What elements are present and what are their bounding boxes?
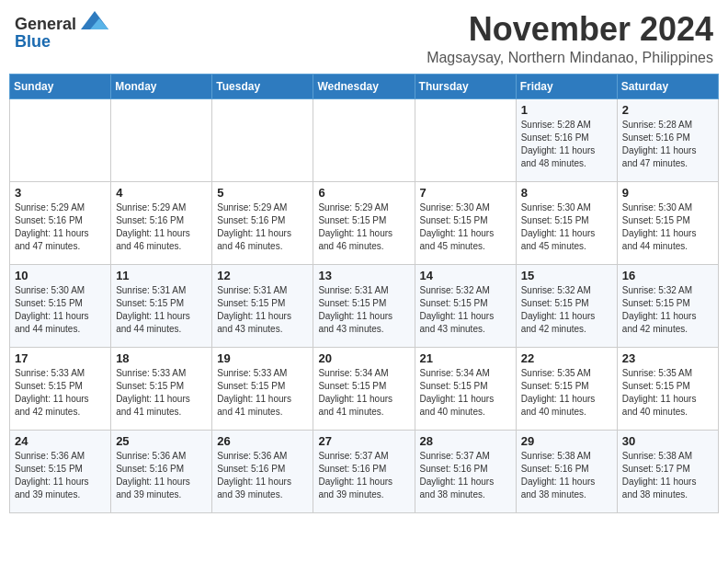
col-wednesday: Wednesday (313, 74, 415, 98)
col-thursday: Thursday (415, 74, 516, 98)
day-number: 11 (116, 269, 207, 282)
table-row: 9Sunrise: 5:30 AMSunset: 5:15 PMDaylight… (617, 181, 718, 264)
table-row: 28Sunrise: 5:37 AMSunset: 5:16 PMDayligh… (415, 430, 516, 512)
day-info: Sunrise: 5:28 AMSunset: 5:16 PMDaylight:… (521, 119, 612, 170)
day-number: 15 (521, 269, 612, 282)
table-row (111, 98, 212, 181)
col-tuesday: Tuesday (212, 74, 313, 98)
day-info: Sunrise: 5:36 AMSunset: 5:16 PMDaylight:… (217, 450, 308, 501)
day-number: 14 (420, 269, 511, 282)
day-number: 18 (116, 351, 207, 365)
day-number: 24 (15, 434, 106, 448)
calendar-wrapper: Sunday Monday Tuesday Wednesday Thursday… (0, 74, 728, 523)
day-number: 10 (15, 269, 106, 282)
day-info: Sunrise: 5:33 AMSunset: 5:15 PMDaylight:… (15, 367, 106, 419)
table-row: 3Sunrise: 5:29 AMSunset: 5:16 PMDaylight… (10, 181, 111, 264)
location-subtitle: Magsaysay, Northern Mindanao, Philippine… (427, 50, 713, 66)
calendar-table: Sunday Monday Tuesday Wednesday Thursday… (9, 74, 719, 513)
table-row: 11Sunrise: 5:31 AMSunset: 5:15 PMDayligh… (111, 264, 212, 347)
table-row: 6Sunrise: 5:29 AMSunset: 5:15 PMDaylight… (313, 181, 415, 264)
table-row: 2Sunrise: 5:28 AMSunset: 5:16 PMDaylight… (617, 98, 718, 181)
table-row (10, 98, 111, 181)
logo-icon (81, 11, 108, 29)
day-info: Sunrise: 5:36 AMSunset: 5:15 PMDaylight:… (15, 450, 106, 501)
day-number: 30 (622, 434, 713, 448)
day-number: 26 (217, 434, 308, 448)
day-number: 22 (521, 351, 612, 365)
day-number: 3 (15, 186, 106, 200)
col-saturday: Saturday (617, 74, 718, 98)
day-number: 17 (15, 351, 106, 365)
day-number: 5 (217, 186, 308, 200)
logo: General Blue (15, 11, 108, 50)
day-number: 2 (622, 103, 713, 117)
day-info: Sunrise: 5:30 AMSunset: 5:15 PMDaylight:… (521, 201, 612, 253)
day-number: 12 (217, 269, 308, 282)
calendar-week-row: 3Sunrise: 5:29 AMSunset: 5:16 PMDaylight… (10, 181, 719, 264)
table-row: 13Sunrise: 5:31 AMSunset: 5:15 PMDayligh… (313, 264, 415, 347)
day-number: 8 (521, 186, 612, 200)
calendar-week-row: 10Sunrise: 5:30 AMSunset: 5:15 PMDayligh… (10, 264, 719, 347)
day-info: Sunrise: 5:37 AMSunset: 5:16 PMDaylight:… (318, 450, 409, 501)
table-row: 15Sunrise: 5:32 AMSunset: 5:15 PMDayligh… (516, 264, 617, 347)
day-info: Sunrise: 5:29 AMSunset: 5:16 PMDaylight:… (15, 201, 106, 253)
day-info: Sunrise: 5:35 AMSunset: 5:15 PMDaylight:… (622, 367, 713, 419)
day-number: 29 (521, 434, 612, 448)
day-number: 23 (622, 351, 713, 365)
day-info: Sunrise: 5:34 AMSunset: 5:15 PMDaylight:… (420, 367, 511, 419)
day-number: 7 (420, 186, 511, 200)
table-row: 4Sunrise: 5:29 AMSunset: 5:16 PMDaylight… (111, 181, 212, 264)
day-info: Sunrise: 5:33 AMSunset: 5:15 PMDaylight:… (116, 367, 207, 419)
day-info: Sunrise: 5:31 AMSunset: 5:15 PMDaylight:… (318, 284, 409, 336)
day-info: Sunrise: 5:30 AMSunset: 5:15 PMDaylight:… (15, 284, 106, 336)
day-number: 25 (116, 434, 207, 448)
col-friday: Friday (516, 74, 617, 98)
table-row: 1Sunrise: 5:28 AMSunset: 5:16 PMDaylight… (516, 98, 617, 181)
table-row: 14Sunrise: 5:32 AMSunset: 5:15 PMDayligh… (415, 264, 516, 347)
table-row: 5Sunrise: 5:29 AMSunset: 5:16 PMDaylight… (212, 181, 313, 264)
day-number: 1 (521, 103, 612, 117)
col-monday: Monday (111, 74, 212, 98)
day-number: 20 (318, 351, 409, 365)
day-number: 16 (622, 269, 713, 282)
table-row: 25Sunrise: 5:36 AMSunset: 5:16 PMDayligh… (111, 430, 212, 512)
col-sunday: Sunday (10, 74, 111, 98)
table-row: 29Sunrise: 5:38 AMSunset: 5:16 PMDayligh… (516, 430, 617, 512)
table-row: 16Sunrise: 5:32 AMSunset: 5:15 PMDayligh… (617, 264, 718, 347)
day-number: 13 (318, 269, 409, 282)
day-info: Sunrise: 5:28 AMSunset: 5:16 PMDaylight:… (622, 119, 713, 170)
day-number: 19 (217, 351, 308, 365)
day-number: 4 (116, 186, 207, 200)
table-row: 8Sunrise: 5:30 AMSunset: 5:15 PMDaylight… (516, 181, 617, 264)
day-info: Sunrise: 5:29 AMSunset: 5:16 PMDaylight:… (116, 201, 207, 253)
month-title: November 2024 (427, 11, 713, 48)
table-row (313, 98, 415, 181)
table-row: 24Sunrise: 5:36 AMSunset: 5:15 PMDayligh… (10, 430, 111, 512)
table-row: 20Sunrise: 5:34 AMSunset: 5:15 PMDayligh… (313, 347, 415, 430)
table-row: 21Sunrise: 5:34 AMSunset: 5:15 PMDayligh… (415, 347, 516, 430)
day-info: Sunrise: 5:37 AMSunset: 5:16 PMDaylight:… (420, 450, 511, 501)
table-row: 23Sunrise: 5:35 AMSunset: 5:15 PMDayligh… (617, 347, 718, 430)
day-number: 6 (318, 186, 409, 200)
day-info: Sunrise: 5:35 AMSunset: 5:15 PMDaylight:… (521, 367, 612, 419)
title-area: November 2024 Magsaysay, Northern Mindan… (427, 11, 713, 66)
table-row: 12Sunrise: 5:31 AMSunset: 5:15 PMDayligh… (212, 264, 313, 347)
day-info: Sunrise: 5:38 AMSunset: 5:16 PMDaylight:… (521, 450, 612, 501)
day-number: 9 (622, 186, 713, 200)
day-info: Sunrise: 5:30 AMSunset: 5:15 PMDaylight:… (622, 201, 713, 253)
logo-blue-text: Blue (15, 33, 51, 50)
day-info: Sunrise: 5:30 AMSunset: 5:15 PMDaylight:… (420, 201, 511, 253)
table-row: 18Sunrise: 5:33 AMSunset: 5:15 PMDayligh… (111, 347, 212, 430)
calendar-week-row: 17Sunrise: 5:33 AMSunset: 5:15 PMDayligh… (10, 347, 719, 430)
table-row: 10Sunrise: 5:30 AMSunset: 5:15 PMDayligh… (10, 264, 111, 347)
calendar-week-row: 24Sunrise: 5:36 AMSunset: 5:15 PMDayligh… (10, 430, 719, 512)
calendar-week-row: 1Sunrise: 5:28 AMSunset: 5:16 PMDaylight… (10, 98, 719, 181)
day-info: Sunrise: 5:34 AMSunset: 5:15 PMDaylight:… (318, 367, 409, 419)
table-row: 17Sunrise: 5:33 AMSunset: 5:15 PMDayligh… (10, 347, 111, 430)
calendar-header-row: Sunday Monday Tuesday Wednesday Thursday… (10, 74, 719, 98)
day-info: Sunrise: 5:33 AMSunset: 5:15 PMDaylight:… (217, 367, 308, 419)
day-number: 27 (318, 434, 409, 448)
day-info: Sunrise: 5:38 AMSunset: 5:17 PMDaylight:… (622, 450, 713, 501)
logo-general-text: General (15, 15, 76, 33)
table-row: 7Sunrise: 5:30 AMSunset: 5:15 PMDaylight… (415, 181, 516, 264)
